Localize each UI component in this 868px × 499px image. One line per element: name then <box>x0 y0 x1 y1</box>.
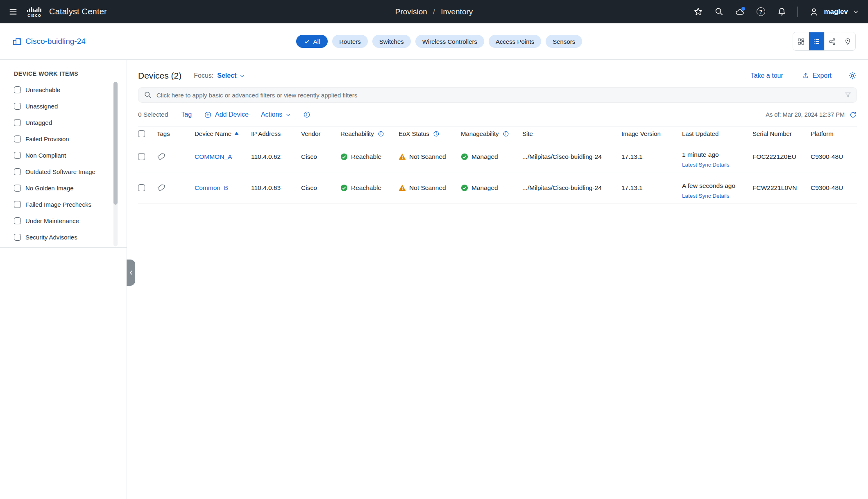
breadcrumb: Provision / Inventory <box>395 7 473 16</box>
tag-icon[interactable] <box>157 152 165 161</box>
user-name: maglev <box>824 8 848 16</box>
devices-table: Tags Device Name IP Address Vendor Reach… <box>138 126 857 203</box>
sidebar-item-failed-image-prechecks[interactable]: Failed Image Prechecks <box>14 196 127 212</box>
user-menu[interactable]: maglev <box>809 7 859 17</box>
inventory-main: Devices (2) Focus: Select Take a tour Ex… <box>127 60 868 499</box>
sidebar-item-unreachable[interactable]: Unreachable <box>14 81 127 98</box>
filter-chip-switches[interactable]: Switches <box>372 35 411 48</box>
grid-view-icon[interactable] <box>793 32 809 50</box>
scrollbar-thumb[interactable] <box>113 82 118 205</box>
sidebar-item-failed-provision[interactable]: Failed Provision <box>14 131 127 147</box>
export-button[interactable]: Export <box>802 72 832 79</box>
device-type-filters: All Routers Switches Wireless Controller… <box>296 35 582 48</box>
column-header-tags[interactable]: Tags <box>157 130 195 137</box>
sidebar-item-no-golden-image[interactable]: No Golden Image <box>14 180 127 196</box>
sidebar-collapse-handle[interactable] <box>127 260 135 286</box>
column-header-reachability[interactable]: Reachability <box>340 130 399 137</box>
column-header-ip-address[interactable]: IP Address <box>251 130 301 137</box>
menu-icon[interactable] <box>5 4 21 20</box>
filter-chip-all[interactable]: All <box>296 35 328 48</box>
refresh-icon[interactable] <box>849 111 857 119</box>
devices-count-title: Devices (2) <box>138 71 181 81</box>
filter-chip-wireless-controllers[interactable]: Wireless Controllers <box>415 35 484 48</box>
sidebar-item-under-maintenance[interactable]: Under Maintenance <box>14 212 127 229</box>
site-name: Cisco-buidling-24 <box>25 37 86 46</box>
breadcrumb-separator: / <box>433 7 435 16</box>
sidebar-item-unassigned[interactable]: Unassigned <box>14 98 127 114</box>
info-icon[interactable] <box>378 131 384 137</box>
checkbox[interactable] <box>14 217 21 224</box>
column-header-manageability[interactable]: Manageability <box>461 130 522 137</box>
cloud-status-icon[interactable] <box>735 7 745 17</box>
as-of-timestamp: As of: Mar 20, 2024 12:37 PM <box>766 111 845 118</box>
reachable-status-icon <box>340 184 348 192</box>
tag-action-button[interactable]: Tag <box>181 111 192 118</box>
sidebar-item-untagged[interactable]: Untagged <box>14 114 127 131</box>
info-icon[interactable] <box>303 111 310 118</box>
column-header-last-updated[interactable]: Last Updated <box>682 130 752 137</box>
column-header-eox-status[interactable]: EoX Status <box>399 130 461 137</box>
reachability-status: Reachable <box>351 153 381 160</box>
sidebar-item-outdated-software-image[interactable]: Outdated Software Image <box>14 163 127 180</box>
row-checkbox[interactable] <box>138 184 145 191</box>
device-name-link[interactable]: COMMON_A <box>195 153 232 160</box>
checkbox[interactable] <box>14 103 21 110</box>
actions-dropdown[interactable]: Actions <box>261 111 291 118</box>
search-icon[interactable] <box>714 7 724 17</box>
filter-funnel-icon[interactable] <box>844 91 852 99</box>
checkbox[interactable] <box>14 119 21 126</box>
filter-chip-access-points[interactable]: Access Points <box>489 35 541 48</box>
filter-chip-routers[interactable]: Routers <box>332 35 368 48</box>
chevron-down-icon <box>286 112 291 117</box>
checkbox[interactable] <box>14 152 21 159</box>
column-header-platform[interactable]: Platform <box>811 130 857 137</box>
info-icon[interactable] <box>433 131 440 137</box>
select-all-checkbox[interactable] <box>138 130 145 137</box>
warning-triangle-icon <box>399 153 406 160</box>
column-header-image-version[interactable]: Image Version <box>621 130 682 137</box>
table-settings-gear-icon[interactable] <box>848 71 857 80</box>
managed-status-icon <box>461 153 468 160</box>
info-icon[interactable] <box>503 131 509 137</box>
checkbox[interactable] <box>14 201 21 208</box>
sidebar-scrollbar[interactable] <box>113 82 118 246</box>
sidebar-title: DEVICE WORK ITEMS <box>14 70 127 77</box>
notifications-bell-icon[interactable] <box>777 7 786 17</box>
checkbox[interactable] <box>14 234 21 241</box>
topology-view-icon[interactable] <box>824 32 840 50</box>
chevron-down-icon <box>853 9 859 15</box>
column-header-site[interactable]: Site <box>522 130 621 137</box>
sidebar-item-non-compliant[interactable]: Non Compliant <box>14 147 127 163</box>
device-name-link[interactable]: Common_B <box>195 184 228 192</box>
sidebar-item-security-advisories[interactable]: Security Advisories <box>14 229 127 245</box>
row-checkbox[interactable] <box>138 153 145 160</box>
map-view-icon[interactable] <box>840 32 855 50</box>
checkbox[interactable] <box>14 86 21 93</box>
manageability-status: Managed <box>471 153 498 160</box>
checkbox[interactable] <box>14 185 21 192</box>
ip-address: 110.4.0.62 <box>251 153 301 160</box>
favorites-star-icon[interactable] <box>693 7 703 17</box>
tag-icon[interactable] <box>157 183 165 192</box>
column-header-serial-number[interactable]: Serial Number <box>752 130 811 137</box>
help-icon[interactable]: ? <box>756 7 766 17</box>
site-breadcrumb-link[interactable]: Cisco-buidling-24 <box>12 37 86 46</box>
breadcrumb-provision[interactable]: Provision <box>395 7 427 16</box>
plus-circle-icon <box>204 111 212 119</box>
column-header-vendor[interactable]: Vendor <box>301 130 340 137</box>
column-header-device-name[interactable]: Device Name <box>195 130 251 137</box>
filter-search-input[interactable] <box>138 87 857 103</box>
take-a-tour-link[interactable]: Take a tour <box>751 72 783 79</box>
managed-status-icon <box>461 184 468 192</box>
checkbox[interactable] <box>14 135 21 142</box>
site-path: .../Milpitas/Cisco-buidling-24 <box>522 184 621 192</box>
sort-ascending-icon[interactable] <box>234 132 239 135</box>
latest-sync-details-link[interactable]: Latest Sync Details <box>682 193 735 199</box>
latest-sync-details-link[interactable]: Latest Sync Details <box>682 162 730 168</box>
focus-select-dropdown[interactable]: Select <box>217 72 245 79</box>
last-updated: 1 minute ago <box>682 151 730 158</box>
add-device-button[interactable]: Add Device <box>204 111 249 119</box>
checkbox[interactable] <box>14 168 21 175</box>
list-view-icon[interactable] <box>809 32 824 50</box>
filter-chip-sensors[interactable]: Sensors <box>546 35 582 48</box>
